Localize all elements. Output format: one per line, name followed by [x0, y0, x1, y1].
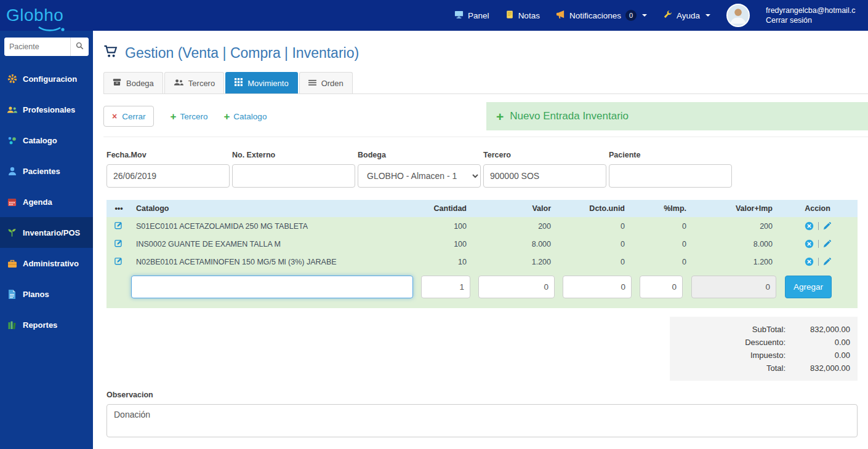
- cell-imp: 0: [630, 235, 691, 253]
- patient-search-input[interactable]: [4, 38, 70, 56]
- toolbar-left: × Cerrar + Tercero + Catalogo: [103, 106, 486, 127]
- brand-text: Globho: [6, 6, 63, 25]
- document-icon: [7, 289, 17, 300]
- cell-valor: 200: [472, 217, 556, 235]
- header-catalogo: Catalogo: [131, 200, 413, 217]
- fecha-mov-input[interactable]: [106, 164, 230, 188]
- bodega-label: Bodega: [358, 151, 481, 159]
- add-catalogo-label: Catalogo: [233, 112, 267, 121]
- remove-row-icon[interactable]: [805, 239, 814, 248]
- header-dcto: Dcto.unid: [556, 200, 630, 217]
- nav-panel[interactable]: Panel: [454, 10, 489, 21]
- cell-catalogo: N02BE0101 ACETAMINOFEN 150 MG/5 Ml (3%) …: [131, 253, 413, 271]
- new-catalogo-input[interactable]: [131, 276, 413, 298]
- header-valorimp: Valor+Imp: [691, 200, 778, 217]
- cell-valorimp: 200: [691, 217, 778, 235]
- cell-dcto: 0: [556, 217, 630, 235]
- nuevo-entrada-inventario-button[interactable]: + Nuevo Entrada Inventario: [486, 102, 868, 130]
- add-catalogo-link[interactable]: + Catalogo: [223, 111, 267, 122]
- sidebar-item-label: Pacientes: [23, 167, 60, 176]
- edit-note-icon[interactable]: [115, 221, 123, 229]
- totals-panel: SubTotal: 832,000.00 Descuento: 0.00 Imp…: [670, 317, 858, 381]
- sidebar-item-configuracion[interactable]: Configuracion: [0, 63, 93, 94]
- tab-orden[interactable]: Orden: [299, 72, 353, 93]
- cell-valorimp: 8.000: [691, 235, 778, 253]
- observacion-textarea[interactable]: Donación: [106, 404, 858, 437]
- tab-label: Movimiento: [247, 79, 288, 88]
- nav-notificaciones[interactable]: Notificaciones 0: [556, 10, 647, 21]
- table-row: INS0002 GUANTE DE EXAMEN TALLA M 100 8.0…: [106, 235, 858, 253]
- tab-tercero[interactable]: Tercero: [164, 72, 224, 93]
- header-imp: %Imp.: [630, 200, 691, 217]
- separator: [818, 222, 819, 230]
- cell-catalogo: INS0002 GUANTE DE EXAMEN TALLA M: [131, 235, 413, 253]
- row-menu-button[interactable]: •••: [106, 200, 131, 217]
- remove-row-icon[interactable]: [805, 221, 814, 231]
- edit-row-icon[interactable]: [823, 222, 831, 230]
- megaphone-icon: [556, 10, 565, 21]
- cerrar-button[interactable]: × Cerrar: [103, 106, 154, 127]
- new-imp-input[interactable]: [640, 276, 683, 298]
- add-tercero-link[interactable]: + Tercero: [170, 111, 207, 122]
- brand-logo[interactable]: Globho: [0, 6, 93, 25]
- sidebar-item-profesionales[interactable]: Profesionales: [0, 94, 93, 125]
- new-valor-input[interactable]: [478, 276, 555, 298]
- sidebar-item-label: Configuracion: [23, 74, 77, 84]
- sidebar-item-agenda[interactable]: Agenda: [0, 186, 93, 217]
- nav-ayuda-label: Ayuda: [677, 11, 700, 20]
- wrench-icon: [663, 10, 672, 21]
- cell-catalogo: S01EC0101 ACETAZOLAMIDA 250 MG TABLETA: [131, 217, 413, 235]
- total-value: 832,000.00: [786, 362, 850, 375]
- movement-form: Fecha.Mov No. Externo Bodega GLOBHO - Al…: [106, 151, 858, 188]
- cell-imp: 0: [630, 217, 691, 235]
- sidebar-item-reportes[interactable]: Reportes: [0, 309, 93, 340]
- nav-notas[interactable]: Notas: [505, 10, 540, 21]
- edit-note-icon[interactable]: [115, 256, 123, 265]
- tercero-input[interactable]: [483, 164, 606, 188]
- observacion-label: Observacion: [106, 391, 858, 399]
- agregar-button[interactable]: Agregar: [785, 276, 832, 298]
- table-row: N02BE0101 ACETAMINOFEN 150 MG/5 Ml (3%) …: [106, 253, 858, 271]
- cell-cantidad: 100: [413, 217, 472, 235]
- fecha-mov-label: Fecha.Mov: [106, 151, 230, 159]
- topnav: Panel Notas Notificaciones 0 Ayuda fredy…: [454, 4, 868, 27]
- tab-bodega[interactable]: Bodega: [103, 72, 163, 93]
- sidebar-item-administrativo[interactable]: Administrativo: [0, 248, 93, 279]
- remove-row-icon[interactable]: [805, 257, 814, 266]
- sidebar-item-catalogo[interactable]: Catalogo: [0, 125, 93, 156]
- plus-icon: +: [170, 111, 176, 122]
- new-cantidad-input[interactable]: [421, 276, 470, 298]
- tab-label: Orden: [321, 79, 344, 88]
- box-icon: [113, 78, 121, 88]
- sidebar-item-label: Inventario/POS: [23, 228, 80, 237]
- nav-panel-label: Panel: [468, 11, 489, 20]
- sidebar-item-planos[interactable]: Planos: [0, 279, 93, 309]
- edit-row-icon[interactable]: [823, 258, 831, 266]
- paciente-input[interactable]: [609, 164, 732, 188]
- table-row: S01EC0101 ACETAZOLAMIDA 250 MG TABLETA 1…: [106, 217, 858, 235]
- bodega-select[interactable]: GLOBHO - Almacen - 1: [358, 164, 481, 188]
- search-button[interactable]: [70, 38, 89, 56]
- items-grid-section: ••• Catalogo Cantidad Valor Dcto.unid %I…: [106, 200, 858, 308]
- edit-row-icon[interactable]: [823, 240, 831, 248]
- sidebar-item-pacientes[interactable]: Pacientes: [0, 156, 93, 186]
- movement-toolbar: × Cerrar + Tercero + Catalogo + Nuevo En…: [103, 102, 868, 130]
- cell-dcto: 0: [556, 253, 630, 271]
- new-dcto-input[interactable]: [563, 276, 632, 298]
- new-valorimp-input: [691, 276, 776, 298]
- cell-valor: 8.000: [472, 235, 556, 253]
- no-externo-input[interactable]: [232, 164, 355, 188]
- user-menu[interactable]: fredyrangelcba@hotmail.c Cerrar sesión: [766, 6, 866, 25]
- sidebar-item-inventario-pos[interactable]: Inventario/POS: [0, 217, 93, 248]
- total-row: Total: 832,000.00: [677, 362, 850, 375]
- edit-note-icon[interactable]: [115, 239, 123, 247]
- paciente-label: Paciente: [609, 151, 732, 159]
- nav-ayuda[interactable]: Ayuda: [663, 10, 710, 21]
- header-valor: Valor: [472, 200, 556, 217]
- descuento-value: 0.00: [786, 336, 850, 349]
- logout-link[interactable]: Cerrar sesión: [766, 15, 866, 25]
- avatar[interactable]: [726, 4, 750, 27]
- field-tercero: Tercero: [483, 151, 606, 188]
- cell-dcto: 0: [556, 235, 630, 253]
- tab-movimiento[interactable]: Movimiento: [225, 72, 297, 93]
